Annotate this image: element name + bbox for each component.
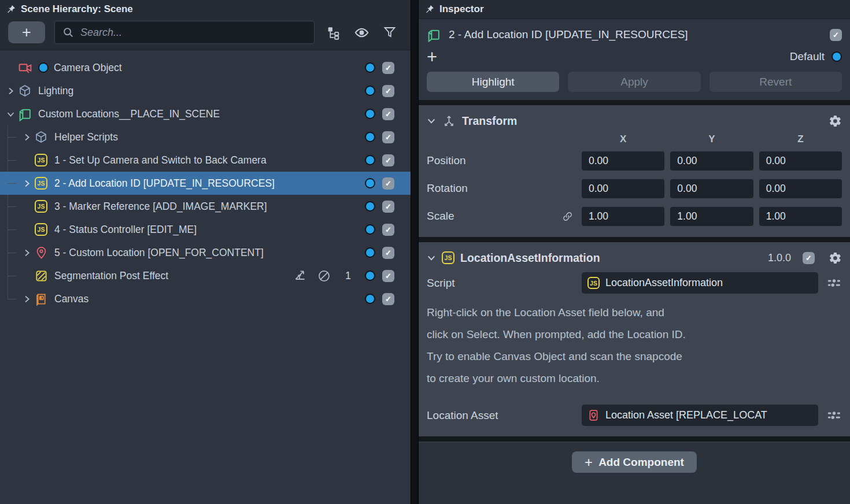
gear-icon[interactable]	[829, 251, 842, 265]
chevron-down-icon[interactable]	[427, 116, 436, 125]
default-toggle[interactable]	[831, 51, 842, 62]
visibility-toggle[interactable]	[365, 270, 375, 281]
rotation-x-field[interactable]: 0.00	[582, 179, 664, 198]
tree-item-custom-locations[interactable]: Custom Locations__PLACE_IN_SCENE ✓	[0, 102, 411, 125]
link-scale-icon[interactable]	[561, 210, 574, 223]
add-object-button[interactable]: +	[8, 21, 45, 43]
script-enabled-checkbox[interactable]: ✓	[803, 252, 815, 264]
enabled-checkbox[interactable]: ✓	[382, 293, 394, 305]
chevron-right-icon[interactable]	[20, 179, 34, 188]
tree-item-add-location-id[interactable]: JS 2 - Add Location ID [UPDATE_IN_RESOUR…	[0, 172, 411, 195]
location-asset-field[interactable]: Location Asset [REPLACE_LOCAT	[582, 405, 818, 426]
scale-y-field[interactable]: 1.00	[670, 207, 753, 226]
visibility-toggle[interactable]	[365, 155, 375, 165]
enabled-checkbox[interactable]: ✓	[382, 131, 394, 143]
visibility-toggle[interactable]	[365, 109, 375, 119]
position-y-field[interactable]: 0.00	[670, 151, 753, 171]
js-script-icon: JS	[34, 177, 49, 190]
tree-item-label: Custom Locations__PLACE_IN_SCENE	[38, 108, 220, 120]
visibility-toggle[interactable]	[365, 178, 375, 188]
script-version: 1.0.0	[768, 252, 791, 264]
tree-item-custom-location[interactable]: 5 - Custom Location [OPEN_FOR_CONTENT] ✓	[0, 241, 411, 264]
enabled-checkbox[interactable]: ✓	[382, 108, 394, 120]
enabled-checkbox[interactable]: ✓	[382, 62, 394, 74]
inspector-panel: Inspector 2 - Add Location ID [UPDATE_IN…	[419, 0, 850, 504]
hierarchy-title: Scene Hierarchy: Scene	[21, 3, 133, 15]
add-component-button[interactable]: + Add Component	[572, 451, 697, 473]
search-box[interactable]	[54, 21, 315, 44]
tree-item-label: 3 - Marker Reference [ADD_IMAGE_MARKER]	[54, 201, 267, 213]
hierarchy-header: Scene Hierarchy: Scene +	[0, 0, 411, 50]
position-x-field[interactable]: 0.00	[582, 151, 664, 171]
enabled-checkbox[interactable]: ✓	[382, 177, 394, 190]
enabled-checkbox[interactable]: ✓	[382, 85, 394, 97]
post-effect-icon	[34, 269, 49, 283]
transform-section: Transform X Y Z Position 0.00 0.00	[419, 105, 850, 237]
enabled-checkbox[interactable]: ✓	[382, 154, 394, 166]
visibility-eye-icon[interactable]	[354, 25, 369, 40]
visibility-toggle[interactable]	[365, 294, 375, 304]
js-script-icon: JS	[34, 154, 49, 166]
highlight-button[interactable]: Highlight	[427, 72, 559, 92]
chevron-down-icon[interactable]	[427, 253, 436, 262]
visibility-toggle[interactable]	[365, 132, 375, 142]
tree-item-setup-camera-script[interactable]: JS 1 - Set Up Camera and Switch to Back …	[0, 149, 411, 172]
scale-label: Scale	[427, 210, 582, 223]
inspector-footer: + Add Component	[419, 442, 850, 504]
enabled-checkbox[interactable]: ✓	[382, 247, 394, 259]
chevron-right-icon[interactable]	[20, 249, 34, 257]
object-name: 2 - Add Location ID [UPDATE_IN_RESOURCES…	[449, 28, 822, 41]
rotation-y-field[interactable]: 0.00	[670, 179, 753, 198]
enabled-checkbox[interactable]: ✓	[382, 270, 394, 282]
visibility-toggle[interactable]	[365, 62, 375, 73]
revert-button[interactable]: Revert	[709, 72, 842, 92]
tree-item-segmentation-post-effect[interactable]: Segmentation Post Effect 1 ✓	[0, 264, 411, 287]
script-field[interactable]: JS LocationAssetInformation	[582, 272, 818, 294]
chevron-right-icon[interactable]	[20, 295, 34, 303]
tree-item-status-controller[interactable]: JS 4 - Status Controller [EDIT_ME] ✓	[0, 218, 411, 241]
rotation-label: Rotation	[427, 182, 582, 195]
tree-item-canvas[interactable]: Canvas ✓	[0, 287, 411, 310]
visibility-toggle[interactable]	[365, 86, 375, 96]
canvas-icon	[34, 292, 49, 306]
visibility-toggle[interactable]	[365, 224, 375, 235]
rotation-z-field[interactable]: 0.00	[759, 179, 842, 198]
search-input[interactable]	[80, 27, 307, 39]
enabled-checkbox[interactable]: ✓	[382, 224, 394, 236]
chevron-right-icon[interactable]	[3, 87, 17, 95]
pin-icon[interactable]	[424, 4, 435, 14]
tree-item-label: Canvas	[54, 293, 88, 305]
chevron-right-icon[interactable]	[20, 133, 34, 142]
axis-x-header: X	[582, 134, 664, 145]
filter-icon[interactable]	[383, 25, 397, 39]
location-pin-icon	[34, 246, 49, 260]
object-picker-icon[interactable]	[826, 275, 842, 291]
tree-item-lighting[interactable]: Lighting ✓	[0, 79, 411, 102]
scene-hierarchy-panel: Scene Hierarchy: Scene +	[0, 0, 411, 504]
disabled-circle-icon[interactable]	[317, 269, 331, 283]
visibility-toggle[interactable]	[365, 201, 375, 212]
tree-item-camera-object[interactable]: Camera Object ✓	[0, 56, 411, 79]
effect-count: 1	[345, 270, 351, 282]
scale-z-field[interactable]: 1.00	[759, 207, 842, 226]
script-label: Script	[427, 277, 582, 290]
object-picker-icon[interactable]	[826, 407, 842, 423]
expand-tree-icon[interactable]	[326, 25, 341, 40]
tree-item-marker-reference[interactable]: JS 3 - Marker Reference [ADD_IMAGE_MARKE…	[0, 195, 411, 218]
scale-x-field[interactable]: 1.00	[582, 207, 664, 226]
gear-icon[interactable]	[829, 114, 842, 128]
chevron-down-icon[interactable]	[3, 110, 17, 118]
add-prefab-icon[interactable]: +	[427, 48, 437, 66]
enabled-checkbox[interactable]: ✓	[382, 201, 394, 213]
tree-item-helper-scripts[interactable]: Helper Scripts ✓	[0, 125, 411, 149]
apply-button[interactable]: Apply	[568, 72, 700, 92]
render-order-icon[interactable]	[293, 268, 308, 283]
tree-item-label: Segmentation Post Effect	[54, 270, 168, 282]
panel-divider[interactable]	[411, 0, 419, 504]
position-z-field[interactable]: 0.00	[759, 151, 842, 171]
visibility-toggle[interactable]	[365, 247, 375, 258]
pin-icon[interactable]	[6, 4, 16, 14]
object-enabled-checkbox[interactable]: ✓	[830, 29, 842, 41]
cube-icon	[17, 84, 32, 98]
tree-item-label: 1 - Set Up Camera and Switch to Back Cam…	[54, 154, 267, 166]
